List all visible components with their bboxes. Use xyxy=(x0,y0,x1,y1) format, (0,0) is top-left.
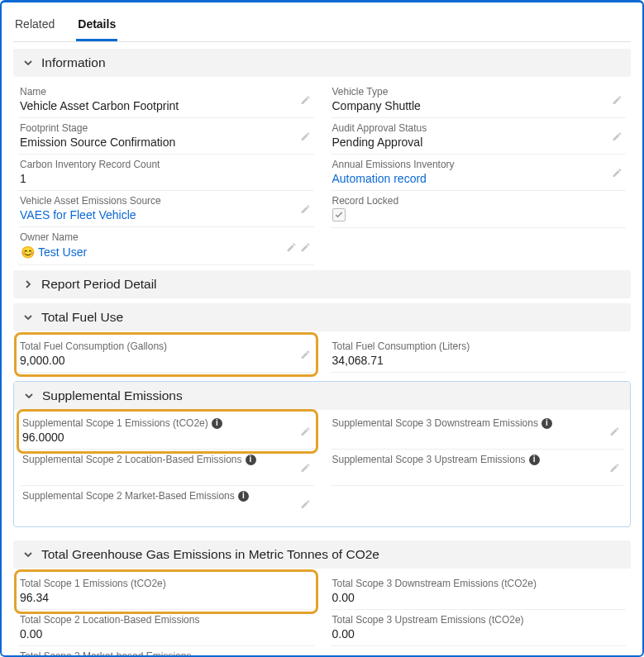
tab-details[interactable]: Details xyxy=(76,11,117,41)
pencil-icon[interactable] xyxy=(300,462,311,475)
field-label-ghg-scope2-mkt: Total Scope 2 Market-based Emissions xyxy=(20,650,312,657)
field-label-supp-scope3-down: Supplemental Scope 3 Downstream Emission… xyxy=(332,417,538,429)
section-ghg-header[interactable]: Total Greenhouse Gas Emissions in Metric… xyxy=(13,540,631,569)
link-owner[interactable]: Test User xyxy=(38,245,87,259)
pencil-icon[interactable] xyxy=(300,94,311,107)
field-value-ghg-scope1: 96.34 xyxy=(20,591,312,604)
info-icon[interactable]: i xyxy=(246,455,256,465)
field-value-fuel-liters: 34,068.71 xyxy=(332,354,625,367)
pencil-icon[interactable] xyxy=(300,349,311,362)
field-value-supp-scope3-up xyxy=(332,467,623,480)
section-total-fuel-title: Total Fuel Use xyxy=(41,310,123,325)
field-label-supp-scope1: Supplemental Scope 1 Emissions (tCO2e) xyxy=(22,417,208,429)
section-ghg-title: Total Greenhouse Gas Emissions in Metric… xyxy=(41,547,379,562)
field-label-audit-status: Audit Approval Status xyxy=(332,122,625,134)
avatar: 😊 xyxy=(20,245,35,259)
field-label-supp-scope2-mkt: Supplemental Scope 2 Market-Based Emissi… xyxy=(22,490,235,502)
chevron-down-icon xyxy=(21,56,35,69)
pencil-icon[interactable] xyxy=(612,131,623,144)
field-label-ghg-scope3-up: Total Scope 3 Upstream Emissions (tCO2e) xyxy=(332,614,625,626)
info-icon[interactable]: i xyxy=(529,455,540,465)
field-label-supp-scope3-up: Supplemental Scope 3 Upstream Emissions xyxy=(332,454,526,465)
field-label-owner: Owner Name xyxy=(20,231,312,243)
field-value-supp-scope3-down xyxy=(332,431,623,444)
chevron-down-icon xyxy=(21,311,35,324)
tab-bar: Related Details xyxy=(13,2,631,42)
field-value-supp-scope2-loc xyxy=(22,467,312,480)
field-value-supp-scope1: 96.0000 xyxy=(22,431,312,444)
pencil-icon[interactable] xyxy=(612,94,623,107)
field-label-ghg-scope3-down: Total Scope 3 Downstream Emissions (tCO2… xyxy=(332,578,625,589)
section-supplemental-header[interactable]: Supplemental Emissions xyxy=(14,382,630,410)
section-report-period-title: Report Period Detail xyxy=(41,277,157,292)
section-supplemental-title: Supplemental Emissions xyxy=(42,388,183,403)
tab-related[interactable]: Related xyxy=(13,11,56,41)
section-information-title: Information xyxy=(41,55,106,70)
field-supp-scope1: Supplemental Scope 1 Emissions (tCO2e) i… xyxy=(21,413,314,450)
field-label-name: Name xyxy=(20,86,312,98)
pencil-icon[interactable] xyxy=(300,131,311,144)
field-value-supp-scope2-mkt xyxy=(22,503,312,517)
field-value-name: Vehicle Asset Carbon Footprint xyxy=(20,99,312,112)
field-label-emissions-source: Vehicle Asset Emissions Source xyxy=(20,195,312,207)
pencil-icon[interactable] xyxy=(612,167,623,180)
field-label-carbon-inventory-count: Carbon Inventory Record Count xyxy=(20,159,312,170)
field-label-stage: Footprint Stage xyxy=(20,122,312,134)
field-label-supp-scope2-loc: Supplemental Scope 2 Location-Based Emis… xyxy=(22,454,242,465)
owner-actions[interactable] xyxy=(286,241,311,252)
section-supplemental: Supplemental Emissions Supplemental Scop… xyxy=(13,381,631,527)
info-icon[interactable]: i xyxy=(238,491,249,502)
field-label-ghg-scope1: Total Scope 1 Emissions (tCO2e) xyxy=(20,578,312,589)
field-label-fuel-gallons: Total Fuel Consumption (Gallons) xyxy=(20,340,312,352)
link-annual-inventory[interactable]: Automation record xyxy=(332,172,625,185)
section-report-period-header[interactable]: Report Period Detail xyxy=(13,270,631,298)
field-value-stage: Emission Source Confirmation xyxy=(20,136,312,149)
field-value-fuel-gallons: 9,000.00 xyxy=(20,354,312,367)
info-icon[interactable]: i xyxy=(541,418,552,429)
field-label-record-locked: Record Locked xyxy=(332,195,625,207)
link-emissions-source[interactable]: VAES for Fleet Vehicle xyxy=(20,208,312,221)
chevron-down-icon xyxy=(22,389,36,402)
field-label-annual-inventory: Annual Emissions Inventory xyxy=(332,159,625,170)
pencil-icon[interactable] xyxy=(300,203,311,217)
field-label-fuel-liters: Total Fuel Consumption (Liters) xyxy=(332,340,625,352)
checkbox-record-locked xyxy=(332,208,346,221)
pencil-icon[interactable] xyxy=(300,498,311,512)
field-value-ghg-scope3-down: 0.00 xyxy=(332,591,625,604)
chevron-down-icon xyxy=(21,548,35,561)
field-total-fuel-gallons: Total Fuel Consumption (Gallons) 9,000.0… xyxy=(18,336,314,373)
field-value-ghg-scope3-up: 0.00 xyxy=(332,627,625,640)
section-information-header[interactable]: Information xyxy=(13,49,631,77)
field-value-audit-status: Pending Approval xyxy=(332,136,625,149)
field-label-vehicle-type: Vehicle Type xyxy=(332,86,625,98)
info-icon[interactable]: i xyxy=(212,418,222,429)
field-value-carbon-inventory-count: 1 xyxy=(20,172,312,185)
chevron-right-icon xyxy=(21,278,35,291)
section-total-fuel-header[interactable]: Total Fuel Use xyxy=(13,303,631,331)
pencil-icon[interactable] xyxy=(609,462,620,475)
field-value-vehicle-type: Company Shuttle xyxy=(332,99,625,112)
field-label-ghg-scope2-loc: Total Scope 2 Location-Based Emissions xyxy=(20,614,312,626)
field-value-ghg-scope2-loc: 0.00 xyxy=(20,627,312,640)
pencil-icon[interactable] xyxy=(609,426,620,439)
pencil-icon[interactable] xyxy=(300,426,311,439)
field-ghg-scope1: Total Scope 1 Emissions (tCO2e) 96.34 xyxy=(18,574,314,610)
